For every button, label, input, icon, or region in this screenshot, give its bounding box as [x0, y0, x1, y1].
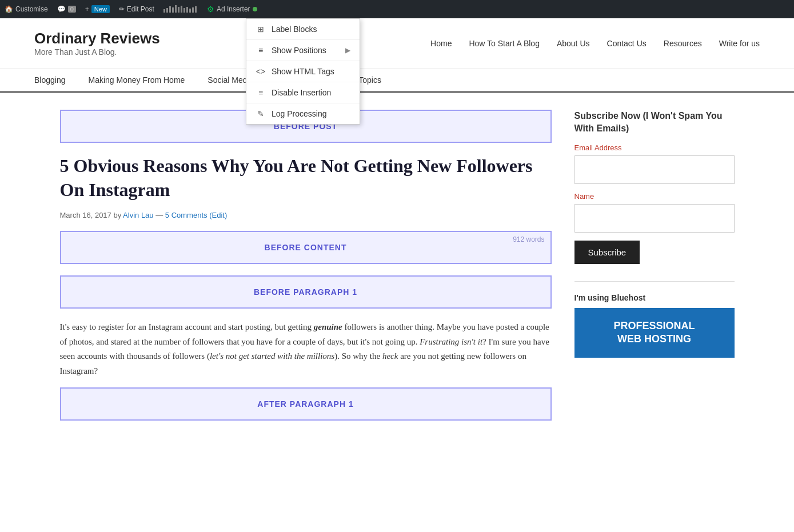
gear-icon: ⚙: [207, 5, 214, 14]
label-blocks-icon: ⊞: [256, 25, 266, 34]
subscribe-title: Subscribe Now (I Won't Spam You With Ema…: [574, 110, 735, 135]
svg-rect-1: [166, 8, 168, 13]
customize-link[interactable]: 🏠 Customise: [5, 5, 48, 13]
before-content-ad-box: 912 words BEFORE CONTENT: [60, 231, 552, 264]
edit-post-link[interactable]: ✏ Edit Post: [119, 5, 154, 13]
svg-rect-3: [172, 7, 174, 13]
svg-rect-7: [183, 8, 185, 13]
show-html-icon: <>: [256, 67, 266, 76]
sidebar: Subscribe Now (I Won't Spam You With Ema…: [574, 110, 735, 432]
name-input[interactable]: [574, 204, 735, 233]
site-logo: Ordinary Reviews More Than Just A Blog.: [34, 30, 160, 57]
after-paragraph1-label: AFTER PARAGRAPH 1: [257, 399, 353, 409]
menu-item-label-blocks[interactable]: ⊞ Label Blocks: [246, 19, 360, 40]
nav-resources[interactable]: Resources: [664, 39, 702, 48]
nav-write-for-us[interactable]: Write for us: [719, 39, 760, 48]
nav-contact-us[interactable]: Contact Us: [607, 39, 647, 48]
before-paragraph1-ad-box: BEFORE PARAGRAPH 1: [60, 275, 552, 309]
before-content-label: BEFORE CONTENT: [265, 243, 347, 252]
log-processing-icon: ✎: [256, 109, 266, 118]
menu-item-show-positions[interactable]: ≡ Show Positions ▶: [246, 40, 360, 61]
subscribe-section: Subscribe Now (I Won't Spam You With Ema…: [574, 110, 735, 264]
subnav-blogging[interactable]: Blogging: [34, 75, 66, 85]
site-tagline: More Than Just A Blog.: [34, 47, 160, 57]
bluehost-text: PROFESSIONALWEB HOSTING: [586, 319, 723, 346]
email-input[interactable]: [574, 155, 735, 184]
bluehost-label: I'm using Bluehost: [574, 293, 735, 302]
word-count: 912 words: [513, 235, 544, 243]
svg-rect-5: [178, 7, 179, 13]
stats-icon: [163, 3, 198, 15]
article-title: 5 Obvious Reasons Why You Are Not Gettin…: [60, 154, 552, 202]
svg-rect-0: [163, 9, 165, 13]
edit-icon: ✏: [119, 5, 125, 13]
wp-icon: 🏠: [5, 5, 13, 13]
new-post-button[interactable]: + New: [85, 5, 110, 13]
site-title[interactable]: Ordinary Reviews: [34, 30, 160, 47]
article-paragraph-1: It's easy to register for an Instagram a…: [60, 320, 552, 378]
article-author-link[interactable]: Alvin Lau: [123, 211, 153, 219]
arrow-right-icon: ▶: [345, 46, 350, 54]
nav-about-us[interactable]: About Us: [557, 39, 590, 48]
svg-rect-10: [192, 7, 194, 13]
main-wrapper: BEFORE POST 5 Obvious Reasons Why You Ar…: [26, 93, 769, 449]
svg-rect-6: [181, 6, 182, 13]
nav-home[interactable]: Home: [430, 39, 452, 48]
menu-item-show-html-tags[interactable]: <> Show HTML Tags: [246, 61, 360, 82]
svg-rect-8: [186, 7, 188, 13]
site-header: Ordinary Reviews More Than Just A Blog. …: [0, 18, 794, 69]
article-meta: March 16, 2017 by Alvin Lau — 5 Comments…: [60, 211, 552, 219]
show-positions-icon: ≡: [256, 46, 266, 55]
disable-insertion-icon: ≡: [256, 88, 266, 97]
bluehost-section: I'm using Bluehost PROFESSIONALWEB HOSTI…: [574, 293, 735, 358]
comments-link[interactable]: 💬 0: [57, 5, 76, 13]
ad-inserter-dropdown: ⊞ Label Blocks ≡ Show Positions ▶ <> Sho…: [246, 18, 360, 125]
svg-rect-4: [175, 5, 177, 13]
article-date: March 16, 2017: [60, 211, 111, 219]
nav-how-to-start[interactable]: How To Start A Blog: [469, 39, 539, 48]
name-label: Name: [574, 192, 735, 201]
subnav-making-money[interactable]: Making Money From Home: [89, 75, 185, 85]
article-comments-link[interactable]: 5 Comments: [165, 211, 208, 219]
content-area: BEFORE POST 5 Obvious Reasons Why You Ar…: [60, 110, 552, 432]
subscribe-button[interactable]: Subscribe: [574, 241, 640, 264]
comment-icon: 💬: [57, 5, 66, 13]
before-paragraph1-label: BEFORE PARAGRAPH 1: [254, 287, 357, 297]
sidebar-divider: [574, 281, 735, 282]
status-dot: [253, 7, 257, 11]
svg-rect-11: [195, 6, 197, 13]
svg-rect-2: [169, 6, 171, 13]
bluehost-banner[interactable]: PROFESSIONALWEB HOSTING: [574, 308, 735, 358]
main-navigation: Home How To Start A Blog About Us Contac…: [430, 39, 760, 48]
article-body: It's easy to register for an Instagram a…: [60, 320, 552, 378]
stats-widget[interactable]: [163, 3, 198, 15]
admin-bar: 🏠 Customise 💬 0 + New ✏ Edit Post: [0, 0, 794, 18]
ad-inserter-button[interactable]: ⚙ Ad Inserter: [207, 5, 257, 14]
secondary-navigation: Blogging Making Money From Home Social M…: [0, 69, 794, 93]
article-edit-link[interactable]: (Edit): [209, 211, 227, 219]
menu-item-log-processing[interactable]: ✎ Log Processing: [246, 103, 360, 124]
menu-item-disable-insertion[interactable]: ≡ Disable Insertion: [246, 82, 360, 103]
email-label: Email Address: [574, 143, 735, 152]
after-paragraph1-ad-box: AFTER PARAGRAPH 1: [60, 387, 552, 421]
svg-rect-9: [189, 9, 191, 13]
